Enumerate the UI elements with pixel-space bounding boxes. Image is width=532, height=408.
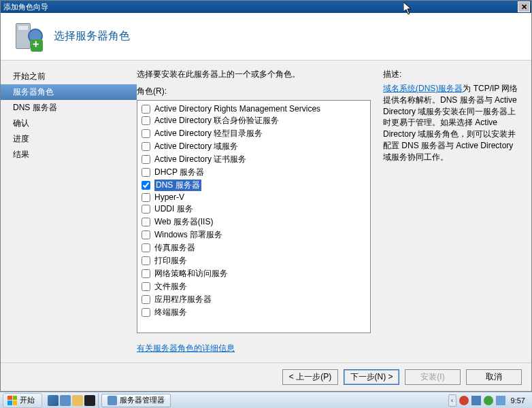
description-title: 描述: xyxy=(383,69,519,80)
quick-launch xyxy=(45,393,99,408)
description-column: 描述: 域名系统(DNS)服务器为 TCP/IP 网络提供名称解析。DNS 服务… xyxy=(383,69,519,354)
wizard-nav: 开始之前服务器角色DNS 服务器确认进度结果 xyxy=(1,61,137,362)
taskbar-task-server-manager[interactable]: 服务器管理器 xyxy=(101,394,171,407)
role-item[interactable]: Active Directory 证书服务 xyxy=(142,153,366,166)
role-label: 终端服务 xyxy=(154,307,187,318)
roles-column: 选择要安装在此服务器上的一个或多个角色。 角色(R): Active Direc… xyxy=(137,69,371,354)
role-checkbox[interactable] xyxy=(142,193,150,202)
description-body: 为 TCP/IP 网络提供名称解析。DNS 服务器与 Active Direct… xyxy=(383,84,518,162)
role-item[interactable]: 传真服务器 xyxy=(142,241,366,254)
nav-item[interactable]: DNS 服务器 xyxy=(1,100,137,116)
role-checkbox[interactable] xyxy=(142,243,150,252)
role-label: Active Directory 联合身份验证服务 xyxy=(154,115,279,126)
role-item[interactable]: Active Directory 轻型目录服务 xyxy=(142,127,366,140)
wizard-window: 添加角色向导 ✕ 选择服务器角色 开始之前服务器角色DNS 服务器确认进度结果 … xyxy=(0,0,532,392)
role-checkbox[interactable] xyxy=(142,129,150,138)
role-checkbox[interactable] xyxy=(142,256,150,265)
role-label: Active Directory 轻型目录服务 xyxy=(154,128,263,139)
role-checkbox[interactable] xyxy=(142,295,150,304)
role-item[interactable]: UDDI 服务 xyxy=(142,203,366,216)
role-checkbox[interactable] xyxy=(142,205,150,214)
roles-label: 角色(R): xyxy=(137,86,371,97)
role-label: 打印服务 xyxy=(154,255,187,267)
role-label: 文件服务 xyxy=(154,281,187,292)
wizard-body: 开始之前服务器角色DNS 服务器确认进度结果 选择要安装在此服务器上的一个或多个… xyxy=(1,61,531,362)
roles-listbox[interactable]: Active Directory Rights Management Servi… xyxy=(137,100,371,333)
wizard-content: 选择要安装在此服务器上的一个或多个角色。 角色(R): Active Direc… xyxy=(137,61,531,362)
role-checkbox[interactable] xyxy=(142,116,150,125)
role-checkbox[interactable] xyxy=(142,282,150,291)
role-label: Active Directory 域服务 xyxy=(154,141,238,152)
windows-logo-icon xyxy=(7,396,17,405)
role-item[interactable]: DHCP 服务器 xyxy=(142,166,366,179)
titlebar: 添加角色向导 ✕ xyxy=(1,1,531,13)
volume-icon[interactable] xyxy=(496,396,505,405)
role-checkbox[interactable] xyxy=(142,308,150,317)
description-link[interactable]: 域名系统(DNS)服务器 xyxy=(383,84,463,93)
role-checkbox[interactable] xyxy=(142,142,150,151)
role-checkbox[interactable] xyxy=(142,105,150,114)
page-title: 选择服务器角色 xyxy=(54,29,130,44)
role-label: 传真服务器 xyxy=(154,242,195,254)
cmd-icon[interactable] xyxy=(84,395,95,406)
role-item[interactable]: 文件服务 xyxy=(142,280,366,293)
nav-item[interactable]: 服务器角色 xyxy=(1,84,137,100)
role-label: 网络策略和访问服务 xyxy=(154,268,228,279)
instruction-text: 选择要安装在此服务器上的一个或多个角色。 xyxy=(137,69,371,80)
nav-item[interactable]: 结果 xyxy=(1,147,137,163)
description-text: 域名系统(DNS)服务器为 TCP/IP 网络提供名称解析。DNS 服务器与 A… xyxy=(383,83,519,163)
install-button: 安装(I) xyxy=(405,369,461,385)
nav-item[interactable]: 确认 xyxy=(1,116,137,131)
start-label: 开始 xyxy=(20,395,35,405)
role-label: DHCP 服务器 xyxy=(154,167,204,178)
tray-expand-button[interactable]: ‹ xyxy=(448,394,456,407)
wizard-header: 选择服务器角色 xyxy=(1,13,531,61)
role-item[interactable]: Web 服务器(IIS) xyxy=(142,216,366,228)
role-item[interactable]: 打印服务 xyxy=(142,254,366,267)
tray-app-icon[interactable] xyxy=(471,396,481,405)
more-info-link[interactable]: 有关服务器角色的详细信息 xyxy=(137,343,371,354)
taskbar: 开始 服务器管理器 ‹ 9:57 xyxy=(0,392,532,408)
show-desktop-icon[interactable] xyxy=(48,395,59,406)
server-role-icon xyxy=(12,20,44,53)
cancel-button[interactable]: 取消 xyxy=(466,369,522,385)
network-icon[interactable] xyxy=(484,396,493,405)
role-label: 应用程序服务器 xyxy=(154,294,212,305)
role-label: Windows 部署服务 xyxy=(154,229,222,241)
role-item[interactable]: DNS 服务器 xyxy=(142,179,366,192)
role-checkbox[interactable] xyxy=(142,269,150,278)
close-icon: ✕ xyxy=(521,3,527,12)
window-title: 添加角色向导 xyxy=(3,2,518,12)
next-button[interactable]: 下一步(N) > xyxy=(344,369,399,385)
role-item[interactable]: Windows 部署服务 xyxy=(142,228,366,241)
role-item[interactable]: 网络策略和访问服务 xyxy=(142,267,366,280)
system-tray: ‹ 9:57 xyxy=(444,394,532,407)
role-checkbox[interactable] xyxy=(142,155,150,164)
role-checkbox[interactable] xyxy=(142,168,150,177)
role-label: Active Directory 证书服务 xyxy=(154,154,246,165)
server-manager-icon[interactable] xyxy=(60,395,71,406)
nav-item[interactable]: 开始之前 xyxy=(1,69,137,84)
role-item[interactable]: 应用程序服务器 xyxy=(142,293,366,306)
app-icon xyxy=(107,396,117,405)
nav-item[interactable]: 进度 xyxy=(1,131,137,147)
start-button[interactable]: 开始 xyxy=(3,393,42,408)
role-checkbox[interactable] xyxy=(142,218,150,226)
role-label: DNS 服务器 xyxy=(154,180,201,191)
close-button[interactable]: ✕ xyxy=(518,1,530,12)
security-alert-icon[interactable] xyxy=(459,396,469,405)
role-item[interactable]: Active Directory 联合身份验证服务 xyxy=(142,114,366,127)
prev-button[interactable]: < 上一步(P) xyxy=(282,369,338,385)
role-item[interactable]: Active Directory Rights Management Servi… xyxy=(142,103,366,114)
role-item[interactable]: Active Directory 域服务 xyxy=(142,140,366,153)
role-label: Active Directory Rights Management Servi… xyxy=(154,104,320,114)
explorer-icon[interactable] xyxy=(72,395,83,406)
role-checkbox[interactable] xyxy=(142,231,150,239)
role-label: Web 服务器(IIS) xyxy=(154,216,213,228)
wizard-footer: < 上一步(P) 下一步(N) > 安装(I) 取消 xyxy=(1,362,531,391)
clock[interactable]: 9:57 xyxy=(508,396,528,405)
role-item[interactable]: 终端服务 xyxy=(142,306,366,319)
role-checkbox[interactable] xyxy=(142,181,150,190)
role-label: UDDI 服务 xyxy=(154,203,193,215)
role-item[interactable]: Hyper-V xyxy=(142,192,366,203)
